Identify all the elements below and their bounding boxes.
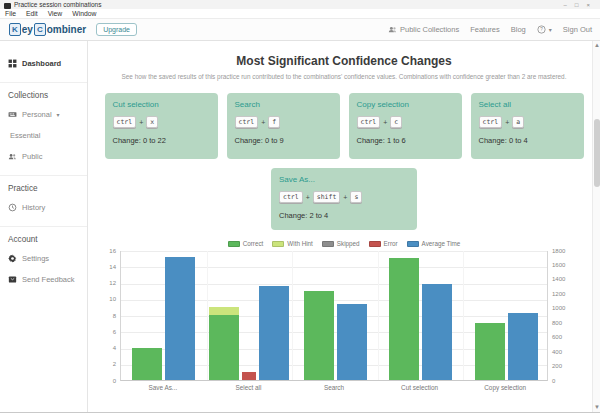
- menu-bar: File Edit View Window: [0, 9, 600, 19]
- menu-edit[interactable]: Edit: [26, 10, 38, 17]
- card-change: Change: 0 to 9: [235, 136, 332, 145]
- chart-right-axis: 020040060080010001200140016001800: [548, 251, 580, 381]
- card-change: Change: 0 to 22: [113, 136, 210, 145]
- plus-sign: +: [383, 119, 387, 126]
- main-content: Most Significant Confidence Changes See …: [88, 41, 600, 412]
- card-change: Change: 0 to 4: [479, 136, 576, 145]
- legend-item-correct[interactable]: Correct: [228, 240, 264, 247]
- scroll-down-icon[interactable]: ▼: [593, 403, 600, 412]
- sidebar-item-label: Settings: [22, 254, 49, 263]
- sidebar-item-label: Public: [22, 152, 42, 161]
- left-axis-tick: 0: [113, 378, 116, 384]
- keycap: shift: [313, 191, 341, 203]
- right-axis-tick: 200: [552, 363, 562, 369]
- nav-sign-out[interactable]: Sign Out: [563, 25, 592, 34]
- logo-c-keycap: C: [34, 23, 46, 36]
- sidebar-item-settings[interactable]: Settings: [0, 248, 87, 269]
- legend-swatch: [228, 241, 240, 247]
- x-axis-label-select-all: Select all: [208, 384, 288, 391]
- page-subtitle: See how the saved results of this practi…: [88, 73, 600, 80]
- card-title: Copy selection: [357, 100, 454, 109]
- vertical-gridline: [378, 251, 379, 380]
- sidebar-item-essential[interactable]: Essential: [0, 125, 87, 146]
- scrollbar-thumb[interactable]: [594, 119, 600, 187]
- legend-item-with-hint[interactable]: With Hint: [272, 240, 313, 247]
- menu-window[interactable]: Window: [72, 10, 96, 17]
- history-clock-icon: [8, 203, 17, 212]
- confidence-chart: CorrectWith HintSkippedErrorAverage Time…: [98, 240, 590, 393]
- sidebar-item-send-feedback[interactable]: Send Feedback: [0, 269, 87, 290]
- left-axis-tick: 6: [113, 329, 116, 335]
- legend-label: Correct: [243, 240, 264, 247]
- chart-left-axis: 0246810121416: [98, 251, 120, 381]
- scroll-up-icon[interactable]: ▲: [593, 41, 600, 50]
- sidebar-item-personal[interactable]: Personal ▾: [0, 104, 87, 125]
- help-menu[interactable]: ? ▾: [537, 25, 552, 34]
- gear-icon: [8, 254, 17, 263]
- legend-label: Average Time: [422, 240, 461, 247]
- sidebar-item-label: History: [22, 203, 45, 212]
- confidence-cards-row: Cut selection ctrl + x Change: 0 to 22 S…: [88, 93, 600, 159]
- sidebar-item-label: Essential: [10, 131, 40, 140]
- close-icon[interactable]: ×: [586, 1, 590, 9]
- logo-text: ey: [22, 24, 33, 35]
- keycap: s: [350, 191, 362, 203]
- app-window: Practice session combinations – □ × File…: [0, 0, 600, 413]
- plus-sign: +: [261, 119, 265, 126]
- bar-average-time-select-all: [259, 286, 289, 380]
- vertical-gridline: [463, 251, 464, 380]
- card-select-all: Select all ctrl + a Change: 0 to 4: [471, 93, 584, 159]
- keycap: ctrl: [479, 116, 503, 128]
- right-axis-tick: 0: [552, 378, 555, 384]
- nav-blog[interactable]: Blog: [511, 25, 526, 34]
- send-icon: [8, 275, 17, 284]
- legend-item-average-time[interactable]: Average Time: [407, 240, 461, 247]
- nav-public-collections[interactable]: Public Collections: [388, 25, 459, 34]
- plus-sign: +: [306, 194, 310, 201]
- nav-label: Public Collections: [400, 25, 459, 34]
- users-icon: [8, 152, 17, 161]
- card-title: Search: [235, 100, 332, 109]
- nav-label: Sign Out: [563, 25, 592, 34]
- maximize-icon[interactable]: □: [575, 1, 579, 9]
- keycombiner-logo[interactable]: KeyCombiner: [8, 23, 86, 36]
- right-axis-tick: 400: [552, 349, 562, 355]
- logo-text-rest: ombiner: [47, 24, 86, 35]
- sidebar-item-history[interactable]: History: [0, 197, 87, 218]
- window-title: Practice session combinations: [14, 1, 564, 9]
- legend-label: Error: [384, 240, 398, 247]
- card-title: Cut selection: [113, 100, 210, 109]
- chart-x-labels: Save As...Select allSearchCut selectionC…: [120, 381, 548, 393]
- legend-swatch: [369, 241, 381, 247]
- legend-label: With Hint: [287, 240, 313, 247]
- nav-features[interactable]: Features: [470, 25, 500, 34]
- menu-file[interactable]: File: [5, 10, 16, 17]
- card-save-as: Save As... ctrl + shift + s Change: 2 to…: [271, 168, 417, 230]
- sidebar-item-public[interactable]: Public: [0, 146, 87, 167]
- app-header: KeyCombiner Upgrade Public Collections F…: [0, 19, 600, 41]
- legend-item-skipped[interactable]: Skipped: [322, 240, 360, 247]
- legend-item-error[interactable]: Error: [369, 240, 398, 247]
- chart-plot: [120, 251, 548, 381]
- upgrade-button[interactable]: Upgrade: [96, 23, 137, 36]
- keycap: ctrl: [113, 116, 137, 128]
- users-icon: [388, 25, 397, 34]
- left-axis-tick: 16: [109, 248, 116, 254]
- svg-text:?: ?: [540, 27, 543, 32]
- chevron-down-icon: ▾: [549, 26, 552, 33]
- vertical-scrollbar[interactable]: ▲ ▼: [592, 41, 600, 412]
- bar-average-time-save-as: [165, 257, 195, 380]
- plus-sign: +: [505, 119, 509, 126]
- bar-with-hint-select-all: [209, 307, 239, 315]
- sidebar-item-dashboard[interactable]: Dashboard: [0, 53, 87, 74]
- bar-correct-cut-selection: [389, 258, 419, 380]
- card-title: Save As...: [279, 175, 409, 184]
- app-icon: [4, 3, 11, 9]
- minimize-icon[interactable]: –: [564, 1, 567, 9]
- sidebar-item-label: Send Feedback: [22, 275, 75, 284]
- right-axis-tick: 1200: [552, 291, 565, 297]
- left-axis-tick: 8: [113, 313, 116, 319]
- sidebar-section-practice: Practice: [0, 175, 87, 197]
- bar-error-select-all: [242, 372, 256, 380]
- menu-view[interactable]: View: [48, 10, 63, 17]
